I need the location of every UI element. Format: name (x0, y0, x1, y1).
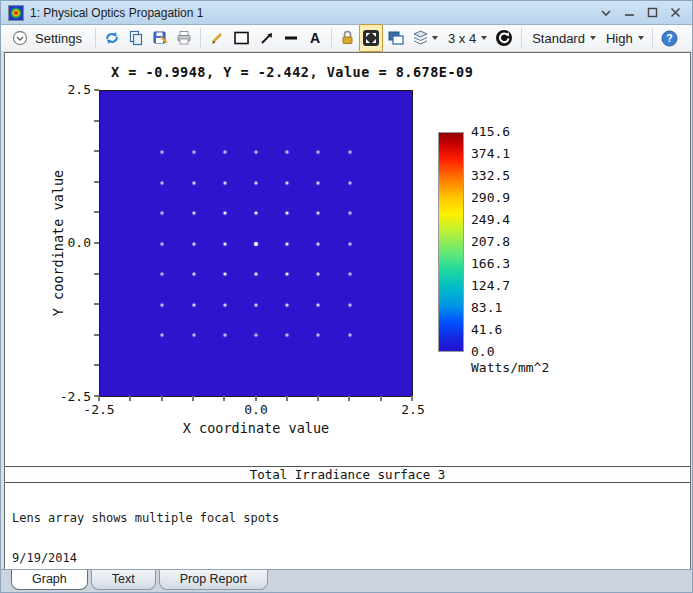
separator (521, 28, 522, 48)
axis-tick (94, 303, 99, 305)
focal-spot (161, 181, 164, 184)
focal-spot (161, 212, 164, 215)
focal-spot (286, 334, 289, 337)
focal-spot (317, 334, 320, 337)
focal-spot (223, 303, 226, 306)
rotate-icon (495, 29, 513, 47)
focal-spot (192, 273, 195, 276)
colorbar-tick-label: 166.3 (471, 256, 510, 272)
irradiance-plot[interactable] (99, 90, 413, 397)
axis-tick (192, 396, 194, 401)
svg-text:?: ? (666, 32, 672, 44)
line-icon (283, 30, 299, 46)
axis-tick (94, 242, 99, 244)
focal-spot (255, 181, 258, 184)
colorbar-tick-label: 83.1 (471, 300, 510, 316)
focal-spot (348, 303, 351, 306)
rectangle-tool-button[interactable] (229, 26, 255, 50)
separator (200, 28, 201, 48)
axis-tick (94, 334, 99, 336)
tab-text[interactable]: Text (91, 570, 156, 590)
focal-spot (317, 303, 320, 306)
refresh-button[interactable] (100, 26, 124, 50)
axis-tick (94, 273, 99, 275)
quality-dropdown[interactable]: Standard (526, 26, 600, 50)
focal-spot (223, 181, 226, 184)
settings-chevron-icon (12, 30, 28, 46)
graph-panel: X = -0.9948, Y = -2.442, Value = 8.678E-… (4, 52, 691, 571)
separator (652, 28, 653, 48)
arrow-icon (259, 30, 275, 46)
maximize-button[interactable] (645, 6, 659, 20)
resolution-dropdown[interactable]: High (600, 26, 648, 50)
focal-spot (223, 242, 226, 245)
axis-tick (348, 396, 350, 401)
print-icon (176, 30, 192, 46)
help-button[interactable]: ? (657, 26, 682, 50)
tab-graph[interactable]: Graph (11, 570, 88, 590)
axis-tick (94, 364, 99, 366)
x-axis-title: X coordinate value (99, 420, 413, 436)
layers-button[interactable] (408, 26, 442, 50)
settings-label: Settings (35, 31, 82, 46)
axis-tick (94, 211, 99, 213)
focal-spot (348, 273, 351, 276)
colorbar-tick-label: 374.1 (471, 146, 510, 162)
focal-spot (161, 151, 164, 154)
settings-button[interactable]: Settings (5, 26, 91, 50)
focal-spot (255, 212, 258, 215)
pop-window: 1: Physical Optics Propagation 1 Setting… (0, 0, 693, 593)
cursor-readout: X = -0.9948, Y = -2.442, Value = 8.678E-… (111, 64, 473, 80)
focal-spot (223, 151, 226, 154)
axis-tick (380, 396, 382, 401)
focal-spot (192, 334, 195, 337)
print-button[interactable] (172, 26, 196, 50)
colorbar-tick-label: 0.0 (471, 344, 510, 360)
text-tool-icon: A (307, 30, 323, 46)
grid-size-label: 3 x 4 (448, 31, 476, 46)
tab-strip: Graph Text Prop Report (1, 569, 692, 592)
grid-size-dropdown[interactable]: 3 x 4 (442, 26, 491, 50)
clone-window-icon (387, 30, 404, 46)
save-button[interactable] (148, 26, 172, 50)
focal-spot (286, 212, 289, 215)
x-tick-label: 0.0 (236, 402, 276, 417)
focal-spot (317, 242, 320, 245)
title-bar[interactable]: 1: Physical Optics Propagation 1 (1, 1, 692, 25)
clone-window-button[interactable] (383, 26, 408, 50)
save-icon (152, 30, 168, 46)
focal-spot (161, 242, 164, 245)
focal-spot (192, 151, 195, 154)
layers-icon (412, 30, 429, 46)
focal-spot (317, 181, 320, 184)
axis-tick (161, 396, 163, 401)
axis-tick (94, 120, 99, 122)
focal-spot (255, 334, 258, 337)
focal-spot (161, 273, 164, 276)
text-tool-button[interactable]: A (303, 26, 327, 50)
focal-spot (223, 273, 226, 276)
focal-spot (317, 151, 320, 154)
lock-button[interactable] (336, 26, 359, 50)
focal-spot (317, 212, 320, 215)
window-menu-button[interactable] (599, 6, 613, 20)
maximize-icon (647, 7, 658, 18)
focal-spot (161, 303, 164, 306)
text-line: 9/19/2014 (12, 552, 626, 565)
fit-window-button[interactable] (359, 24, 383, 52)
arrow-tool-button[interactable] (255, 26, 279, 50)
minimize-button[interactable] (622, 6, 636, 20)
axis-tick (255, 396, 257, 401)
colorbar-tick-label: 249.4 (471, 212, 510, 228)
focal-spot (286, 181, 289, 184)
line-tool-button[interactable] (279, 26, 303, 50)
close-button[interactable] (668, 6, 682, 20)
chevron-down-icon (601, 10, 611, 16)
pencil-tool-button[interactable] (205, 26, 229, 50)
rotate-button[interactable] (491, 26, 517, 50)
x-axis-ticks (99, 396, 412, 401)
tab-prop-report[interactable]: Prop Report (159, 570, 268, 590)
copy-button[interactable] (124, 26, 148, 50)
focal-spot (286, 242, 289, 245)
beam-spot-icon (8, 5, 24, 21)
